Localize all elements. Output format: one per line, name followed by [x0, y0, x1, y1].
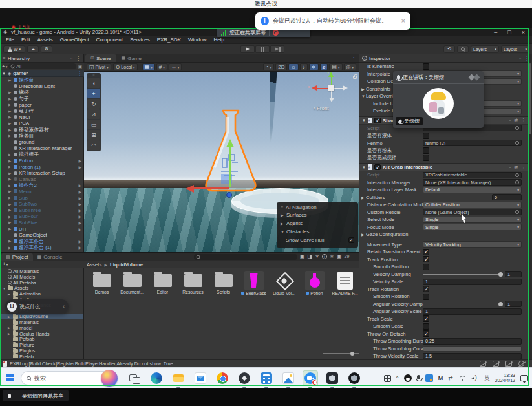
checkbox[interactable] [423, 155, 429, 161]
expand-arrow-icon[interactable]: ▶ [8, 184, 12, 187]
transform-tool[interactable]: ⊞ [87, 130, 100, 140]
settings-button[interactable]: ⚙ [41, 45, 52, 53]
taskbar-unity[interactable] [346, 370, 362, 386]
object-picker-icon[interactable] [515, 141, 519, 145]
status-message[interactable]: PXRLog [Build Check]RegisterBuildPlayerH… [10, 361, 173, 367]
tab-project[interactable]: ▤Project [1, 253, 33, 261]
hierarchy-item[interactable]: ▶paper [0, 102, 84, 108]
start-button[interactable] [6, 374, 14, 381]
overlay-grip-icon[interactable]: ≡ [281, 205, 283, 209]
checkbox[interactable] [423, 147, 429, 154]
caption-placeholder[interactable]: 说点什么... [19, 303, 45, 310]
curve-field[interactable] [423, 346, 522, 352]
property-retain-transform-parent[interactable]: Retain Transform Parent [359, 248, 528, 256]
property-interaction-layer-mask[interactable]: Interaction Layer MaskDefault▾ [359, 186, 528, 194]
property-throw-velocity-scale[interactable]: Throw Velocity Scale1.5 [359, 352, 528, 359]
expand-arrow-icon[interactable]: ▶ [8, 202, 12, 206]
object-field[interactable]: None (Game Object) [423, 209, 522, 215]
component-enabled-checkbox[interactable] [374, 164, 381, 170]
property-throw-on-detach[interactable]: Throw On Detach [359, 330, 528, 338]
custom-tool[interactable]: ◠ [87, 140, 100, 150]
checkbox[interactable] [423, 294, 429, 300]
screen-share-source-pill[interactable]: 吴熠熠的屏幕共享 [3, 390, 69, 401]
slider[interactable]: 1 [423, 301, 522, 307]
property-movement-type[interactable]: Movement TypeVelocity Tracking▾ [359, 241, 528, 249]
menu-pxr-sdk[interactable]: PXR_SDK [154, 37, 184, 43]
dropdown[interactable]: Single▾ [423, 224, 522, 230]
stop-sharing-button[interactable] [273, 30, 279, 36]
taskbar-edge[interactable] [149, 370, 164, 386]
hierarchy-item[interactable]: ▶操作台 [0, 77, 84, 83]
info-icon[interactable]: i [322, 254, 327, 259]
property-gaze-configuration[interactable]: ▶Gaze Configuration [359, 231, 528, 239]
gizmo-center-handle[interactable] [226, 192, 232, 198]
expand-arrow-icon[interactable]: ▶ [8, 134, 12, 138]
value-field[interactable]: 1 [423, 279, 522, 285]
tray-m-app[interactable]: M [438, 375, 443, 381]
handle-orientation-dropdown[interactable]: ⊙Local▾ [113, 63, 138, 70]
expand-arrow-icon[interactable]: ▶ [8, 153, 12, 156]
asset-liquid-vol[interactable]: Liquid Vol... [269, 270, 299, 295]
value-field[interactable]: 1 [423, 308, 522, 315]
property-item[interactable]: 是否有粉末 [359, 147, 528, 155]
hierarchy-header[interactable]: ≡ Hierarchy ▫⋮ [0, 54, 83, 63]
presets-icon[interactable]: ⇄ [514, 118, 518, 123]
prefab-chevron-icon[interactable]: ▶ [78, 227, 84, 231]
speaker-video-overlay[interactable]: 正在讲话：吴熠熠 吴熠熠 [393, 71, 484, 128]
property-select-mode[interactable]: Select ModeSingle▾ [359, 216, 528, 224]
menu-file[interactable]: File [3, 37, 17, 43]
gizmo-x-axis[interactable] [194, 187, 229, 189]
dropdown[interactable]: Default▾ [423, 187, 522, 193]
component-menu-icon[interactable]: ⋮ [521, 165, 526, 170]
scale-tool[interactable]: ⊿ [87, 109, 100, 119]
dropdown[interactable]: Velocity Tracking▾ [423, 241, 522, 248]
asset-potion[interactable]: Potion [299, 270, 330, 295]
object-field[interactable]: fenmo (2) [423, 140, 522, 146]
taskbar-mail[interactable] [193, 370, 208, 386]
collapse-arrow-icon[interactable]: ▼ [2, 72, 6, 76]
menu-component[interactable]: Component [93, 37, 126, 43]
foldout-arrow-icon[interactable]: ▶ [281, 213, 284, 217]
hierarchy-item[interactable]: ▶SubFive▶ [0, 220, 84, 226]
expand-arrow-icon[interactable]: ▶ [8, 246, 12, 250]
pivot-mode-dropdown[interactable]: ◱Pivot▾ [87, 63, 111, 70]
object-field[interactable]: XRGrabInteractable [423, 172, 522, 178]
tray-widgets[interactable] [384, 375, 391, 382]
tray-clock[interactable]: 13:332024/4/12 [495, 373, 515, 383]
property-angular-velocity-damping[interactable]: Angular Velocity Damping1 [359, 301, 528, 308]
property-velocity-damping[interactable]: Velocity Damping1 [359, 271, 528, 279]
foldout-arrow-icon[interactable]: ▶ [8, 315, 12, 319]
panel-menu-icon[interactable]: ⋮ [76, 56, 81, 61]
expand-arrow-icon[interactable]: ▶ [8, 227, 12, 231]
value-field[interactable]: 0.25 [423, 338, 522, 345]
foldout-arrow-icon[interactable]: ▼ [281, 230, 284, 234]
hierarchy-item[interactable]: XR Interaction Manager [0, 145, 84, 152]
asset-demos[interactable]: Demos [87, 270, 117, 294]
collapse-chevron-icon[interactable]: ‹ [63, 303, 65, 310]
breadcrumb-folder[interactable]: LiquidVolume [110, 262, 143, 268]
asset-editor[interactable]: Editor [147, 270, 178, 294]
prefab-chevron-icon[interactable]: ▶ [78, 202, 84, 206]
step-button[interactable] [270, 45, 284, 53]
scene-header-row[interactable]: ▼ ◈ game* ⋮ [0, 70, 84, 77]
foldout-arrow-icon[interactable]: ▼ [361, 94, 366, 98]
account-button[interactable]: W ▾ [3, 45, 25, 53]
expand-arrow-icon[interactable]: ▶ [8, 128, 12, 132]
scene-menu-icon[interactable]: ⋮ [77, 70, 82, 76]
component-enabled-checkbox[interactable] [374, 118, 381, 123]
dropdown[interactable]: Single▾ [423, 217, 522, 223]
asset-readme-f[interactable]: README F... [330, 270, 360, 295]
slider-value-field[interactable]: 1 [505, 301, 522, 307]
project-tree-item[interactable]: All Materials [0, 268, 83, 274]
hierarchy-item[interactable]: ▶电子秤 [0, 108, 84, 114]
checkbox[interactable] [423, 133, 429, 139]
foldout-arrow-icon[interactable]: ▶ [281, 221, 284, 226]
selected-flask-object[interactable] [195, 108, 266, 198]
menu-window[interactable]: Window [185, 37, 209, 43]
panel-lock-icon[interactable]: ▫ [519, 56, 521, 61]
gizmo-y-axis[interactable] [229, 147, 231, 187]
2d-toggle[interactable]: 2D [275, 63, 287, 70]
expand-arrow-icon[interactable]: ▶ [8, 103, 12, 107]
hierarchy-item[interactable]: ▶NaCl [0, 114, 84, 121]
slider-knob[interactable] [498, 272, 503, 277]
